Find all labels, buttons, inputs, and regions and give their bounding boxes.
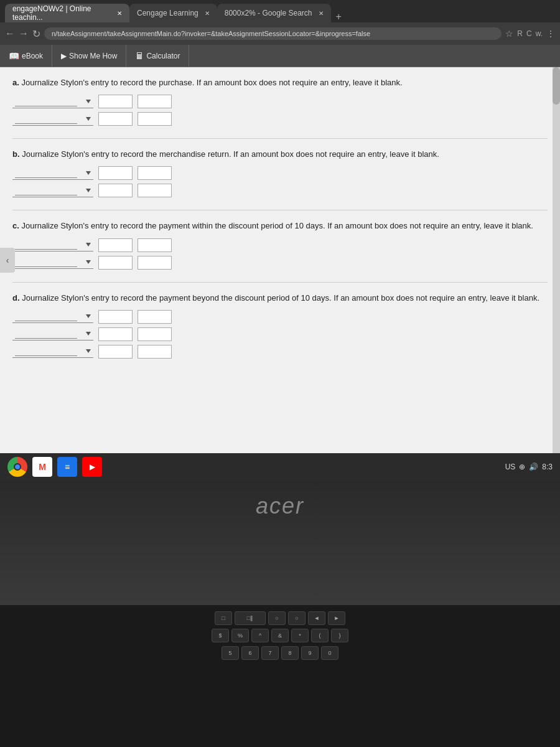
amount-box-c2-credit[interactable]	[138, 256, 172, 270]
account-dropdown-a2[interactable]	[12, 113, 93, 126]
key-star[interactable]: *	[291, 629, 309, 642]
key-square[interactable]: □	[215, 611, 232, 625]
tab-cengage[interactable]: Cengage Learning ✕	[129, 4, 217, 22]
section-d-title: d. Journalize Stylon's entry to record t…	[12, 293, 548, 304]
files-taskbar-icon[interactable]: ≡	[57, 457, 77, 477]
tab-close-icon[interactable]: ✕	[319, 10, 324, 17]
menu-icon[interactable]: ⋮	[546, 29, 555, 39]
key-5[interactable]: 5	[222, 646, 239, 660]
address-text: n/takeAssignment/takeAssignmentMain.do?i…	[52, 30, 370, 37]
calculator-icon: 🖩	[135, 51, 144, 61]
gmail-icon: M	[39, 462, 46, 472]
key-6[interactable]: 6	[241, 646, 259, 660]
gmail-taskbar-icon[interactable]: M	[32, 457, 52, 477]
dropdown-arrow-a2[interactable]	[86, 117, 91, 121]
key-amp[interactable]: &	[271, 629, 289, 642]
amount-box-d3-credit[interactable]	[138, 345, 172, 359]
key-rparen[interactable]: )	[331, 629, 348, 642]
section-b-title: b. Journalize Stylon's entry to record t…	[12, 149, 548, 160]
dropdown-arrow-d3[interactable]	[86, 349, 91, 353]
keyboard-row-3: 5 6 7 8 9 0	[222, 646, 338, 660]
journal-row-d2	[12, 327, 548, 341]
account-dropdown-c1[interactable]	[12, 238, 93, 251]
key-circle2[interactable]: ○	[288, 611, 306, 625]
nav-refresh-icon[interactable]: ↻	[32, 28, 40, 40]
section-c: c. Journalize Stylon's entry to record t…	[12, 220, 548, 269]
key-8[interactable]: 8	[281, 646, 299, 660]
nav-forward-icon[interactable]: →	[19, 28, 29, 39]
dropdown-arrow-b2[interactable]	[86, 189, 91, 192]
section-d-label: d.	[12, 293, 20, 303]
dropdown-arrow-c2[interactable]	[86, 260, 91, 264]
youtube-taskbar-icon[interactable]: ▶	[82, 457, 102, 477]
amount-box-d2-debit[interactable]	[98, 327, 133, 341]
amount-box-b2-credit[interactable]	[138, 184, 172, 197]
key-9[interactable]: 9	[301, 646, 319, 660]
account-dropdown-b2[interactable]	[12, 184, 93, 197]
dropdown-arrow-d2[interactable]	[86, 332, 91, 336]
show-me-how-button[interactable]: ▶ Show Me How	[52, 45, 126, 67]
account-dropdown-d3[interactable]	[12, 345, 93, 358]
dropdown-arrow-a1[interactable]	[86, 100, 91, 103]
amount-box-d3-debit[interactable]	[98, 345, 133, 359]
extension-icon-w: w.	[536, 29, 543, 38]
key-7[interactable]: 7	[261, 646, 279, 660]
tab-close-icon[interactable]: ✕	[205, 10, 210, 17]
nav-back-icon[interactable]: ←	[5, 28, 15, 39]
address-bar[interactable]: n/takeAssignment/takeAssignmentMain.do?i…	[44, 27, 502, 40]
account-dropdown-c2[interactable]	[12, 256, 93, 269]
key-rect[interactable]: □‖	[235, 611, 266, 625]
key-caret[interactable]: ^	[251, 629, 269, 642]
scrollbar[interactable]	[553, 67, 560, 453]
dropdown-arrow-b1[interactable]	[86, 171, 91, 175]
account-dropdown-d1[interactable]	[12, 310, 93, 323]
extension-icon-c: C	[526, 29, 532, 38]
account-dropdown-a1[interactable]	[12, 95, 93, 108]
amount-box-b2-debit[interactable]	[98, 184, 133, 197]
amount-box-d1-credit[interactable]	[138, 310, 172, 324]
key-circle1[interactable]: ○	[268, 611, 286, 625]
divider-bc	[12, 210, 548, 210]
key-dollar[interactable]: $	[212, 629, 229, 642]
key-left[interactable]: ◄	[308, 611, 325, 625]
account-dropdown-b1[interactable]	[12, 167, 93, 180]
dropdown-arrow-c1[interactable]	[86, 243, 91, 247]
amount-box-b1-debit[interactable]	[98, 166, 133, 180]
dropdown-arrow-d1[interactable]	[86, 314, 91, 318]
amount-box-c2-debit[interactable]	[98, 256, 133, 270]
calculator-button[interactable]: 🖩 Calculator	[126, 45, 189, 67]
tab-label: Cengage Learning	[137, 9, 198, 17]
key-lparen[interactable]: (	[311, 629, 329, 642]
amount-box-a2-credit[interactable]	[138, 112, 172, 126]
address-bar-row: ← → ↻ n/takeAssignment/takeAssignmentMai…	[0, 22, 560, 45]
journal-row-d3	[12, 345, 548, 359]
bookmark-icon[interactable]: ☆	[505, 29, 513, 39]
files-icon: ≡	[65, 462, 70, 472]
youtube-icon: ▶	[90, 463, 95, 471]
scrollbar-thumb[interactable]	[553, 67, 560, 105]
amount-box-c1-debit[interactable]	[98, 238, 133, 252]
amount-box-a2-debit[interactable]	[98, 112, 133, 126]
tab-engagenow[interactable]: engageNOWv2 | Online teachin... ✕	[5, 4, 129, 22]
amount-box-d1-debit[interactable]	[98, 310, 133, 324]
amount-box-a1-credit[interactable]	[138, 95, 172, 108]
journal-row-a2	[12, 112, 548, 126]
back-arrow-button[interactable]: ‹	[0, 248, 15, 273]
chrome-taskbar-icon[interactable]	[7, 457, 27, 477]
account-dropdown-d2[interactable]	[12, 327, 93, 341]
amount-box-c1-credit[interactable]	[138, 238, 172, 252]
region-label: US	[505, 463, 516, 471]
tab-google[interactable]: 8000x2% - Google Search ✕	[217, 4, 331, 22]
journal-row-b1	[12, 166, 548, 180]
amount-box-d2-credit[interactable]	[138, 327, 172, 341]
main-content: ‹ a. Journalize Stylon's entry to record…	[0, 67, 560, 453]
ebook-button[interactable]: 📖 eBook	[0, 45, 52, 67]
tab-close-icon[interactable]: ✕	[117, 10, 122, 17]
amount-box-b1-credit[interactable]	[138, 166, 172, 180]
tab-label: engageNOWv2 | Online teachin...	[12, 4, 111, 22]
key-right[interactable]: ►	[328, 611, 345, 625]
new-tab-button[interactable]: +	[336, 11, 342, 22]
key-percent[interactable]: %	[231, 629, 249, 642]
amount-box-a1-debit[interactable]	[98, 95, 133, 108]
key-0[interactable]: 0	[321, 646, 338, 660]
